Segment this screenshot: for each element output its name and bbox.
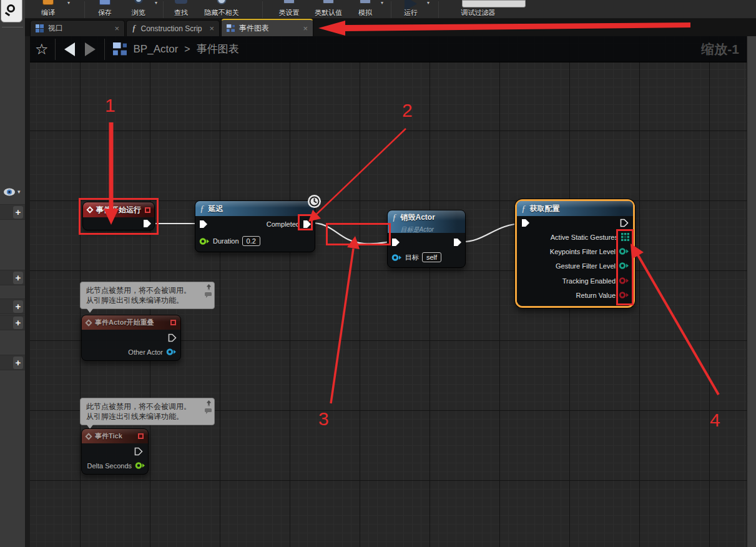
pin-icon[interactable] [206,284,212,291]
visibility-filter[interactable]: ▾ [0,185,25,198]
viewport-icon [36,24,44,32]
browse-button[interactable]: ▾ 浏览 [122,0,155,19]
find-button[interactable]: 查找 [166,0,196,19]
divider [55,39,56,60]
set-container-pin[interactable] [621,233,629,241]
debug-filter-dropdown[interactable] [462,0,526,7]
comment-bubble-icon[interactable] [205,292,212,298]
tab-label: Construction Scrip [141,24,202,33]
add-button[interactable]: + [13,357,23,369]
node-delay[interactable]: ƒ 延迟 Completed Duration 0.2 [195,200,315,252]
exec-in-pin[interactable] [391,238,400,247]
zoom-level-indicator: 缩放-1 [701,41,739,58]
exec-out-row [453,238,462,247]
function-icon: ƒ [132,23,137,34]
chevron-down-icon[interactable]: ▾ [155,0,157,6]
save-icon [99,0,110,5]
duration-value-field[interactable]: 0.2 [242,236,260,246]
exec-out-pin-unconnected[interactable] [168,333,177,342]
graph-header-bar: ☆ BP_Actor > 事件图表 缩放-1 [30,36,747,62]
compile-icon [42,0,54,5]
exec-in-pin[interactable] [521,219,530,227]
document-tabbar: 视口 × ƒ Construction Scrip × 事件图表 × [25,19,756,36]
duration-float-pin[interactable] [199,237,210,245]
enum-pin[interactable] [619,247,629,255]
my-blueprint-collapsed-panel: ▾ + + + + + [0,0,25,547]
search-icon-handle [5,12,10,16]
add-button[interactable]: + [13,272,23,284]
add-button[interactable]: + [13,300,23,313]
bool-pin[interactable] [619,291,629,299]
node-header: ƒ 获取配置 [517,201,633,216]
class-settings-button[interactable]: 类设置 [271,0,307,19]
delta-seconds-float-pin[interactable] [135,461,145,470]
exec-out-row [620,219,629,227]
tab-viewport[interactable]: 视口 × [30,20,125,36]
chevron-down-icon[interactable]: ▾ [67,0,70,6]
event-icon [85,319,92,326]
divider [104,39,105,60]
panel-splitter[interactable] [747,36,756,547]
node-event-tick[interactable]: 事件Tick Delta Seconds [81,428,149,475]
enum-pin[interactable] [619,262,629,270]
node-destroy-actor[interactable]: ƒ 销毁Actor 目标是Actor 目标 self [387,210,466,268]
favorite-star-icon[interactable]: ☆ [35,41,49,58]
exec-out-row [143,219,152,228]
nav-forward-icon[interactable] [85,42,96,56]
pin-row: Gesture Filter Level [556,262,629,270]
pin-icon[interactable] [206,400,212,407]
other-actor-object-pin[interactable] [166,348,177,356]
blueprint-icon [112,42,127,56]
exec-in-pin[interactable] [199,220,208,229]
nav-back-icon[interactable] [64,42,75,56]
target-row: 目标 self [391,252,441,262]
exec-out-pin[interactable] [143,219,152,228]
node-event-beginplay[interactable]: 事件开始运行 [82,202,155,230]
breadcrumb-graph[interactable]: 事件图表 [197,42,239,56]
class-defaults-icon [323,0,334,4]
node-get-config-selected[interactable]: ƒ 获取配置 Active Static Gestures Keypoints … [515,199,635,308]
hide-unrelated-button[interactable]: 隐藏不相关 [197,0,246,19]
toolbar-separator [262,1,263,19]
node-header: ƒ 延迟 [195,201,315,216]
class-defaults-button[interactable]: 类默认值 [308,0,348,19]
pin-row: Active Static Gestures [551,233,629,241]
tab-event-graph[interactable]: 事件图表 × [221,19,313,36]
target-value-field[interactable]: self [422,252,441,262]
chevron-down-icon[interactable]: ▾ [381,0,383,6]
exec-in-row [199,220,208,229]
search-box[interactable] [1,0,22,22]
comment-bubble-icon[interactable] [205,408,212,414]
toolbar-separator [438,1,439,19]
exec-out-pin-unconnected[interactable] [620,219,629,227]
node-header: ƒ 销毁Actor 目标是Actor [388,210,465,233]
target-object-pin[interactable] [391,254,402,262]
close-icon[interactable]: × [303,24,308,32]
chevron-down-icon[interactable]: ▾ [427,0,430,6]
close-icon[interactable]: × [209,24,214,32]
other-actor-row: Other Actor [128,348,177,356]
completed-exec-out-pin[interactable] [303,220,312,229]
add-button[interactable]: + [13,206,23,219]
disabled-node-warning: 此节点被禁用，将不会被调用。 从引脚连出引线来编译功能。 [80,282,215,309]
tab-construction-script[interactable]: ƒ Construction Scrip × [126,20,220,36]
category-row: + [0,355,25,370]
completed-row: Completed [267,220,312,229]
breadcrumb-asset[interactable]: BP_Actor [134,43,179,56]
breadcrumb-separator: > [184,44,190,55]
node-event-actorbeginoverlap[interactable]: 事件Actor开始重叠 Other Actor [81,315,181,361]
compile-button[interactable]: ▾ 编译 [29,0,67,19]
category-row: + [0,204,25,220]
debug-square-icon [170,320,176,325]
save-button[interactable]: 保存 [87,0,122,19]
play-button[interactable]: ▾ 运行 [395,0,427,19]
exec-out-pin-unconnected[interactable] [134,447,143,456]
bool-pin[interactable] [619,277,629,285]
close-icon[interactable]: × [114,24,119,32]
exec-out-pin[interactable] [453,238,462,247]
chevron-down-icon[interactable]: ▾ [17,189,21,195]
add-button[interactable]: + [13,317,23,329]
simulate-button[interactable]: ▾ 模拟 [350,0,381,19]
eye-icon [3,188,16,196]
blueprint-icon [227,24,235,32]
